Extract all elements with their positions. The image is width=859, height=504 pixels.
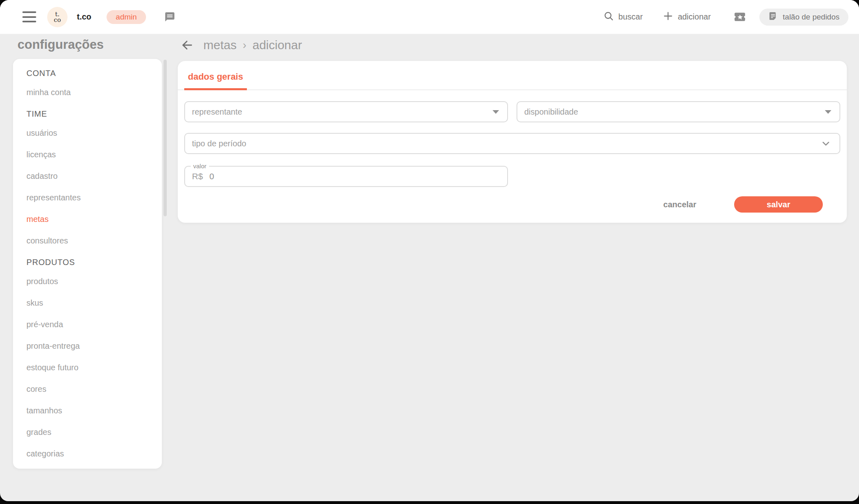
topbar-actions: buscar adicionar xyxy=(604,9,848,26)
sidebar-item-skus[interactable]: skus xyxy=(26,297,154,309)
search-icon xyxy=(604,11,614,23)
sidebar-section-produtos: PRODUTOS xyxy=(26,256,154,268)
sidebar-section-time: TIME xyxy=(26,108,154,120)
sidebar-item-estoque-futuro[interactable]: estoque futuro xyxy=(26,361,154,374)
goal-form: representante disponibilidade tipo de pe… xyxy=(178,101,847,213)
tipo-periodo-select[interactable]: tipo de período xyxy=(184,133,840,154)
sidebar-item-tamanhos[interactable]: tamanhos xyxy=(26,404,154,417)
avatar-logo-line2: co xyxy=(54,17,61,23)
role-badge: admin xyxy=(107,10,146,24)
sidebar-scrollbar[interactable] xyxy=(164,60,167,216)
form-tabs: dados gerais xyxy=(178,61,847,90)
app-window: t. co t.co admin buscar xyxy=(0,0,859,501)
valor-input[interactable] xyxy=(209,172,299,181)
order-pad-button[interactable]: talão de pedidos xyxy=(759,9,848,26)
cancel-button[interactable]: cancelar xyxy=(663,200,696,209)
sidebar-item-produtos[interactable]: produtos xyxy=(26,275,154,287)
save-button[interactable]: salvar xyxy=(734,196,823,213)
breadcrumb-separator: › xyxy=(243,39,246,52)
sidebar-item-cores[interactable]: cores xyxy=(26,383,154,395)
receipt-icon xyxy=(768,11,778,24)
search-label: buscar xyxy=(618,12,643,22)
order-pad-label: talão de pedidos xyxy=(783,13,839,22)
breadcrumb-parent[interactable]: metas xyxy=(203,38,237,52)
goal-form-card: dados gerais representante disponibilida… xyxy=(178,61,847,223)
add-label: adicionar xyxy=(678,12,711,22)
dropdown-caret-icon xyxy=(493,110,499,114)
breadcrumb-current: adicionar xyxy=(253,38,302,52)
disponibilidade-placeholder: disponibilidade xyxy=(524,107,825,117)
sidebar-item-grades[interactable]: grades xyxy=(26,426,154,438)
currency-prefix: R$ xyxy=(192,172,203,181)
sidebar-item-pre-venda[interactable]: pré-venda xyxy=(26,318,154,330)
disponibilidade-select[interactable]: disponibilidade xyxy=(517,101,840,122)
sidebar-item-licencas[interactable]: licenças xyxy=(26,148,154,161)
representante-placeholder: representante xyxy=(192,107,493,117)
back-arrow-icon[interactable] xyxy=(181,39,194,52)
valor-field[interactable]: valor R$ xyxy=(184,166,508,187)
sidebar-item-minha-conta[interactable]: minha conta xyxy=(26,86,154,98)
add-button[interactable]: adicionar xyxy=(663,11,711,23)
sidebar-item-consultores[interactable]: consultores xyxy=(26,235,154,247)
breadcrumb: metas › adicionar xyxy=(181,38,302,52)
brand-name: t.co xyxy=(77,12,92,22)
sidebar-item-usuarios[interactable]: usuários xyxy=(26,127,154,139)
chat-icon[interactable] xyxy=(164,11,175,22)
sidebar-item-categorias[interactable]: categorias xyxy=(26,448,154,460)
sidebar-item-metas[interactable]: metas xyxy=(26,213,154,225)
chevron-down-icon xyxy=(820,138,831,149)
dropdown-caret-icon xyxy=(825,110,831,114)
plus-icon xyxy=(663,11,673,23)
menu-icon[interactable] xyxy=(22,11,36,22)
search-button[interactable]: buscar xyxy=(604,11,643,23)
sidebar-item-pronta-entrega[interactable]: pronta-entrega xyxy=(26,340,154,352)
representante-select[interactable]: representante xyxy=(184,101,508,122)
top-bar: t. co t.co admin buscar xyxy=(0,0,859,34)
form-actions: cancelar salvar xyxy=(184,196,840,213)
sidebar-item-cadastro[interactable]: cadastro xyxy=(26,170,154,182)
page-title: configurações xyxy=(17,37,104,52)
avatar[interactable]: t. co xyxy=(47,7,68,27)
tipo-periodo-placeholder: tipo de período xyxy=(192,139,820,148)
ticket-star-icon[interactable] xyxy=(733,11,747,23)
tab-dados-gerais[interactable]: dados gerais xyxy=(184,67,247,90)
sidebar-section-conta: CONTA xyxy=(26,67,154,79)
valor-label: valor xyxy=(191,163,209,169)
settings-sidebar: CONTA minha conta TIME usuários licenças… xyxy=(13,59,162,469)
sidebar-item-representantes[interactable]: representantes xyxy=(26,191,154,204)
